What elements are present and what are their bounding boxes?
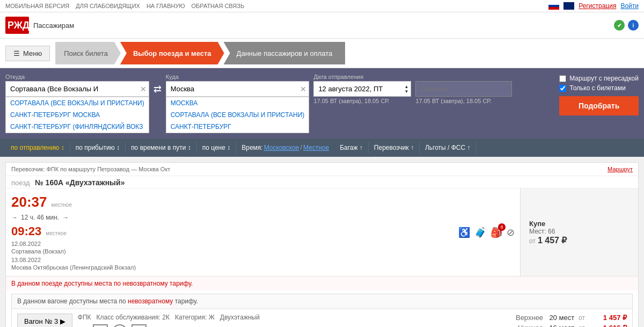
depart-row: 20:37 местное xyxy=(11,194,448,210)
checkbox-transfer-input[interactable] xyxy=(559,75,566,82)
wagon-section-0: В данном вагоне доступны места по невозв… xyxy=(11,294,633,327)
checkbox-transfer[interactable]: Маршрут с пересадкой xyxy=(559,75,639,82)
from-suggest-2[interactable]: САНКТ-ПЕТЕРБУРГ (ФИНЛЯНДСКИЙ ВОКЗ xyxy=(6,121,149,133)
to-suggest-0[interactable]: МОСКВА xyxy=(166,97,309,109)
main-content: Перевозчик: ФПК по маршруту Петрозавод —… xyxy=(0,157,644,327)
to-input[interactable] xyxy=(166,82,268,96)
flag-en[interactable] xyxy=(564,2,574,10)
price-amount: 1 457 ₽ xyxy=(538,235,567,245)
wagon-0-price-lower: Нижнее 16 мест от 1 616 ₽ xyxy=(468,324,627,327)
to-field-group: Куда ✕ МОСКВА СОРТАВАЛА (ВСЕ ВОКЗАЛЫ И П… xyxy=(166,74,310,133)
sort-time-local[interactable]: Местное xyxy=(303,144,329,151)
luggage-badge-wrap: 🎒 8 xyxy=(491,227,502,238)
wagon-0-class: Класс обслуживания: 2К xyxy=(97,314,170,321)
train-route-link[interactable]: Маршрут xyxy=(608,166,633,172)
checkbox-tickets[interactable]: Только с билетами xyxy=(559,84,639,92)
accessibility-link[interactable]: Для слабовидящих xyxy=(76,3,140,9)
price-type: Купе xyxy=(529,220,567,228)
return-field-group: 17.05 ВТ (завтра), 18.05 СР. xyxy=(415,74,512,104)
sort-льготы[interactable]: Льготы / ФСС ↑ xyxy=(420,142,477,154)
info-green-icon[interactable]: ✔ xyxy=(614,20,625,31)
top-right: Регистрация Войти xyxy=(548,2,639,10)
feedback-link[interactable]: Обратная связь xyxy=(192,3,245,9)
arrive-time: 09:23 xyxy=(11,224,41,238)
train-card-header: Перевозчик: ФПК по маршруту Петрозавод —… xyxy=(6,163,638,176)
info-blue-icon[interactable]: i xyxy=(628,20,639,31)
top-bar: Мобильная версия Для слабовидящих На гла… xyxy=(0,0,644,12)
wagon-0-wc-icon: WC xyxy=(131,324,147,327)
disability-icon: ♿ xyxy=(458,227,470,238)
wagon-0-label-upper: Верхнее xyxy=(468,314,543,322)
price-from-label: от xyxy=(529,237,536,245)
mobile-link[interactable]: Мобильная версия xyxy=(5,3,69,9)
wagon-0-category: Категория: Ж xyxy=(175,314,215,321)
svg-text:РЖД: РЖД xyxy=(8,20,29,31)
arrive-station-name: Москва Октябрьская (Ленинградский Вокзал… xyxy=(11,264,448,271)
date-spinner[interactable]: ▲ ▼ xyxy=(404,84,408,94)
date-label: Дата отправления xyxy=(313,74,411,80)
wagon-0-seats-lower: 16 мест xyxy=(547,324,574,327)
menu-button[interactable]: ☰ Меню xyxy=(5,46,50,61)
train-number-row: поезд № 160А «Двухэтажный» xyxy=(6,176,638,188)
wagon-0-icons: 📊 💼 ✗ WC ❄ 🐾 🎓 xyxy=(78,321,463,327)
luggage-icon: 🧳 xyxy=(474,227,486,238)
flag-ru[interactable] xyxy=(548,2,559,10)
wagon-0-no-icon: ✗ xyxy=(112,324,127,327)
home-link[interactable]: На главную xyxy=(147,3,185,9)
sort-price[interactable]: по цене ↕ xyxy=(197,142,237,154)
wagon-0-row: Вагон № 3 ▶ ФПК Класс обслуживания: 2К К… xyxy=(12,309,632,327)
non-refundable-link-0[interactable]: невозвратному xyxy=(128,297,173,305)
sort-baggage[interactable]: Багаж ↑ xyxy=(334,142,369,154)
search-button[interactable]: Подобрать xyxy=(559,96,639,115)
wagon-0-carrier: ФПК xyxy=(78,314,91,321)
wagon-0-notice: В данном вагоне доступны места по невозв… xyxy=(12,294,632,309)
sort-duration[interactable]: по времени в пути ↕ xyxy=(126,142,197,154)
wagon-0-button[interactable]: Вагон № 3 ▶ xyxy=(17,314,72,327)
sort-arrive[interactable]: по прибытию ↕ xyxy=(70,142,126,154)
to-label: Куда xyxy=(166,74,310,80)
swap-button[interactable]: ⇄ xyxy=(153,83,162,95)
logo[interactable]: РЖД Пассажирам xyxy=(5,17,74,34)
to-clear-button[interactable]: ✕ xyxy=(300,85,306,93)
train-carrier: Перевозчик: ФПК по маршруту Петрозавод —… xyxy=(11,166,170,172)
train-card: Перевозчик: ФПК по маршруту Петрозавод —… xyxy=(5,162,639,327)
sort-carrier[interactable]: Перевозчик ↑ xyxy=(369,142,420,154)
date-hints: 17.05 ВТ (завтра), 18.05 СР. xyxy=(313,98,411,104)
step-3[interactable]: Данные пассажиров и оплата xyxy=(224,42,346,64)
sort-bar: по отправлению ↕ по прибытию ↕ по времен… xyxy=(0,139,644,157)
sort-time-group: Время: Московское / Местное xyxy=(236,142,334,154)
train-prices: Купе Мест: 66 от 1 457 ₽ xyxy=(520,188,638,276)
login-link[interactable]: Войти xyxy=(620,2,639,10)
header-info-icons: ✔ i xyxy=(614,20,639,31)
from-suggest-1[interactable]: САНКТ-ПЕТЕРБУРГ МОСКВА xyxy=(6,109,149,121)
price-seats: Мест: 66 xyxy=(529,228,567,235)
step-2[interactable]: Выбор поезда и места xyxy=(120,42,224,64)
search-form: Откуда ✕ СОРТАВАЛА (ВСЕ ВОКЗАЛЫ И ПРИСТА… xyxy=(0,68,644,139)
search-options-panel: Маршрут с пересадкой Только с билетами П… xyxy=(559,74,639,115)
return-input[interactable] xyxy=(415,81,512,97)
wagon-0-seats-upper: 20 мест xyxy=(547,314,574,322)
arrive-date: 13.08.2022 xyxy=(11,257,448,263)
depart-time: 20:37 xyxy=(11,194,47,210)
non-refundable-notice: В данном поезде доступны места по невозв… xyxy=(6,276,638,290)
arrow-right2-icon: → xyxy=(62,214,69,221)
sort-time-moscow[interactable]: Московское xyxy=(264,144,299,151)
checkbox-tickets-input[interactable] xyxy=(559,85,566,92)
date-input[interactable] xyxy=(314,82,411,96)
menu-label: Меню xyxy=(23,49,42,57)
luggage-badge: 8 xyxy=(498,223,506,231)
wagon-0-from-lower: от xyxy=(579,324,585,328)
from-input[interactable] xyxy=(6,82,113,96)
duration-row: → 12 ч. 46 мин. → xyxy=(11,214,448,221)
from-label: Откуда xyxy=(5,74,149,80)
wagon-0-amount-upper: 1 457 ₽ xyxy=(589,314,627,322)
sort-depart[interactable]: по отправлению ↕ xyxy=(5,142,70,154)
step-1[interactable]: Поиск билета xyxy=(55,42,121,64)
wagon-0-type: Двухэтажный xyxy=(220,314,260,321)
from-clear-button[interactable]: ✕ xyxy=(140,85,147,93)
duration-text: 12 ч. 46 мин. xyxy=(21,214,59,221)
to-suggest-1[interactable]: СОРТАВАЛА (ВСЕ ВОКЗАЛЫ И ПРИСТАНИ) xyxy=(166,109,309,121)
to-suggest-2[interactable]: САНКТ-ПЕТЕРБУРГ xyxy=(166,121,309,133)
register-link[interactable]: Регистрация xyxy=(579,2,616,10)
from-suggest-0[interactable]: СОРТАВАЛА (ВСЕ ВОКЗАЛЫ И ПРИСТАНИ) xyxy=(6,97,149,109)
